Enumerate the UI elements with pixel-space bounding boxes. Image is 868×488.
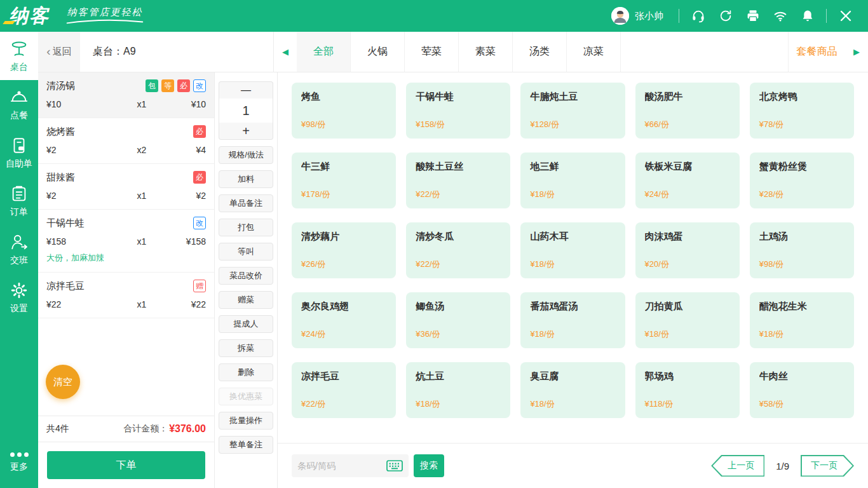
prev-page-button[interactable]: 上一页 [711,455,764,477]
menu-item-card[interactable]: 番茄鸡蛋汤 ¥18/份 [520,292,625,348]
app-logo: 纳客 纳客管店更轻松 [9,6,149,25]
action-button[interactable]: 等叫 [219,243,273,261]
menu-item-name: 郭场鸡 [645,370,730,383]
menu-item-price: ¥18/份 [416,398,501,410]
keyboard-icon[interactable] [386,460,403,471]
menu-item-price: ¥18/份 [530,189,615,200]
categories-next-icon[interactable]: ▶ [845,32,868,72]
menu-bottom-bar: 搜索 上一页 1/9 下一页 [278,444,868,488]
action-button[interactable]: 删除 [219,363,273,381]
menu-item-price: ¥158/份 [416,119,501,130]
category-tab-label: 汤类 [529,45,550,58]
action-button[interactable]: 拆菜 [219,339,273,357]
menu-item-card[interactable]: 铁板米豆腐 ¥24/份 [635,152,740,208]
menu-item-card[interactable]: 牛三鲜 ¥178/份 [292,152,396,208]
action-button[interactable]: 规格/做法 [219,146,273,164]
sync-icon[interactable] [712,0,739,32]
menu-item-card[interactable]: 肉沫鸡蛋 ¥20/份 [635,222,740,278]
category-tab[interactable]: 凉菜 [567,32,621,72]
category-tab[interactable]: 素菜 [459,32,513,72]
menu-item-price: ¥36/份 [416,329,501,340]
sidebar-item-self-order[interactable]: 自助单 [0,128,38,177]
menu-item-card[interactable]: 干锅牛蛙 ¥158/份 [406,83,510,139]
combo-products-tab[interactable]: 套餐商品 [788,32,845,72]
menu-item-card[interactable]: 臭豆腐 ¥18/份 [520,362,625,418]
category-tab[interactable]: 荤菜 [405,32,459,72]
menu-item-card[interactable]: 山药木耳 ¥18/份 [520,222,625,278]
sidebar-item-settings[interactable]: 设置 [0,273,38,322]
topbar-divider [826,9,827,23]
sidebar-more[interactable]: 更多 [0,444,38,480]
action-button[interactable]: 打包 [219,219,273,236]
clear-order-button[interactable]: 清空 [46,365,80,399]
menu-item-card[interactable]: 蟹黄粉丝煲 ¥28/份 [750,152,854,208]
back-button[interactable]: ‹ 返回 [38,32,80,72]
menu-item-card[interactable]: 炕土豆 ¥18/份 [406,362,510,418]
menu-item-card[interactable]: 土鸡汤 ¥98/份 [750,222,854,278]
order-item-badge: 等 [161,79,174,92]
search-button[interactable]: 搜索 [414,454,444,477]
menu-item-name: 牛腩炖土豆 [530,91,615,103]
category-tab-label: 全部 [313,45,334,58]
close-icon[interactable] [832,0,859,32]
menu-item-card[interactable]: 清炒冬瓜 ¥22/份 [406,222,510,278]
submit-order-button[interactable]: 下单 [47,451,205,479]
menu-item-card[interactable]: 郭场鸡 ¥118/份 [635,362,740,418]
sidebar-item-ordering[interactable]: 点餐 [0,80,38,128]
menu-item-card[interactable]: 鲫鱼汤 ¥36/份 [406,292,510,348]
menu-item-card[interactable]: 刀拍黄瓜 ¥18/份 [635,292,740,348]
menu-grid: 烤鱼 ¥98/份 干锅牛蛙 ¥158/份 牛腩炖土豆 ¥128/份 [278,72,868,444]
action-button[interactable]: 换优惠菜 [219,388,273,405]
action-button[interactable]: 单品备注 [219,194,273,212]
menu-item-card[interactable]: 酸汤肥牛 ¥66/份 [635,83,740,139]
menu-item-card[interactable]: 凉拌毛豆 ¥22/份 [292,362,396,418]
barcode-search-input[interactable] [297,461,386,471]
quantity-plus-button[interactable]: + [219,123,273,140]
action-button-label: 打包 [238,222,254,233]
category-tab[interactable]: 汤类 [513,32,567,72]
action-button[interactable]: 菜品改价 [219,267,273,285]
menu-item-card[interactable]: 奥尔良鸡翅 ¥24/份 [292,292,396,348]
order-item-price: ¥158 [46,236,119,247]
action-button-label: 换优惠菜 [229,391,262,402]
menu-item-name: 干锅牛蛙 [416,91,501,103]
order-item[interactable]: 烧烤酱 必 ¥2 x2 ¥4 [38,118,214,164]
menu-item-price: ¥22/份 [416,189,501,200]
order-item[interactable]: 甜辣酱 必 ¥2 x1 ¥2 [38,164,214,210]
wifi-icon[interactable] [766,0,794,32]
order-item[interactable]: 干锅牛蛙 改 ¥158 x1 ¥158 大份，加麻加辣 [38,210,214,273]
menu-item-card[interactable]: 醋泡花生米 ¥18/份 [750,292,854,348]
menu-item-card[interactable]: 牛肉丝 ¥58/份 [750,362,854,418]
quantity-minus-button[interactable]: — [219,81,273,98]
menu-item-card[interactable]: 北京烤鸭 ¥78/份 [750,83,854,139]
printer-icon[interactable] [739,0,766,32]
menu-item-price: ¥20/份 [645,259,730,270]
sidebar-item-shift[interactable]: 交班 [0,225,38,273]
order-item-total: ¥4 [164,145,206,155]
action-button-label: 规格/做法 [228,149,264,161]
action-button[interactable]: 整单备注 [219,436,273,454]
action-button[interactable]: 批量操作 [219,412,273,430]
category-tab[interactable]: 火锅 [351,32,405,72]
menu-item-card[interactable]: 清炒藕片 ¥26/份 [292,222,396,278]
menu-item-card[interactable]: 烤鱼 ¥98/份 [292,83,396,139]
support-headset-icon[interactable] [684,0,712,32]
action-button[interactable]: 加料 [219,170,273,188]
menu-item-card[interactable]: 酸辣土豆丝 ¥22/份 [406,152,510,208]
order-item[interactable]: 清汤锅 包等必改 ¥10 x1 ¥10 [38,72,214,118]
user-avatar[interactable] [611,7,629,25]
menu-item-card[interactable]: 地三鲜 ¥18/份 [520,152,625,208]
order-item-name: 凉拌毛豆 [46,280,193,292]
category-tab[interactable]: 全部 [297,32,351,72]
action-button[interactable]: 赠菜 [219,291,273,309]
sidebar-item-orders[interactable]: 订单 [0,177,38,225]
order-item[interactable]: 凉拌毛豆 赠 ¥22 x1 ¥22 [38,273,214,318]
menu-item-name: 牛肉丝 [759,370,844,383]
prev-page-label: 上一页 [711,455,764,477]
next-page-button[interactable]: 下一页 [801,455,854,477]
bell-icon[interactable] [794,0,821,32]
menu-item-card[interactable]: 牛腩炖土豆 ¥128/份 [520,83,625,139]
categories-prev-icon[interactable]: ◀ [274,32,297,72]
sidebar-item-tables[interactable]: 桌台 [0,32,38,80]
action-button[interactable]: 提成人 [219,315,273,333]
